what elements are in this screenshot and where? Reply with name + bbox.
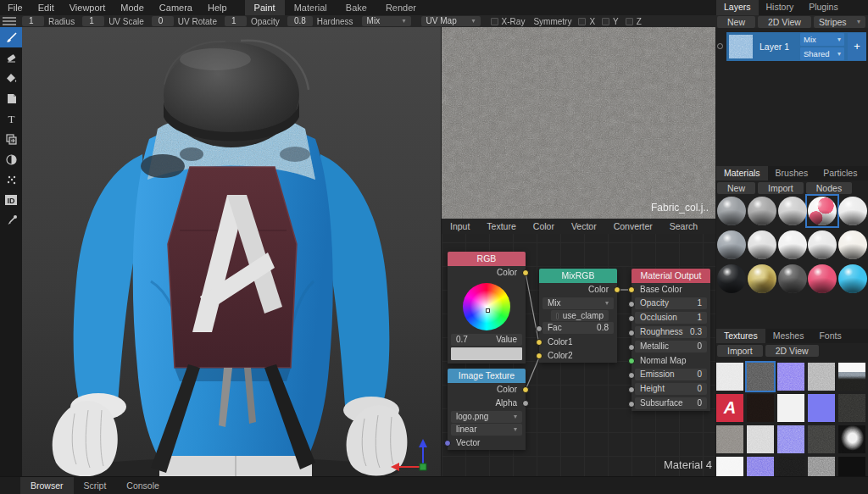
socket-alpha-out[interactable] <box>522 400 529 407</box>
material-swatch-selected[interactable] <box>808 197 837 225</box>
hardness-input[interactable]: 0.8 <box>287 16 313 26</box>
node-image-texture[interactable]: Image Texture Color Alpha logo.png▾ line… <box>448 369 526 450</box>
socket-opacity-in[interactable] <box>628 301 635 308</box>
texture-thumb[interactable] <box>838 394 865 422</box>
tab-brushes[interactable]: Brushes <box>768 166 816 180</box>
tool-clone[interactable] <box>0 129 22 149</box>
texture-import-button[interactable]: Import <box>717 345 763 357</box>
tab-console[interactable]: Console <box>116 477 170 494</box>
node-menu-search[interactable]: Search <box>670 221 698 231</box>
material-swatch[interactable] <box>748 264 776 293</box>
opacity-input[interactable]: 1 <box>225 16 247 26</box>
node-menu-input[interactable]: Input <box>450 221 470 231</box>
tool-picker[interactable] <box>0 210 22 230</box>
texture-thumb[interactable] <box>808 394 835 422</box>
radius-input[interactable]: 1 <box>22 16 44 26</box>
texture-thumb[interactable] <box>777 394 804 422</box>
socket-normal-map-in[interactable] <box>628 358 635 364</box>
layer-name[interactable]: Layer 1 <box>753 42 800 52</box>
uv-map-dropdown[interactable]: UV Map▾ <box>421 16 481 26</box>
texture-thumb[interactable] <box>747 425 774 453</box>
node-mixrgb[interactable]: MixRGB Color Mix▾ use_clamp Fac0.8 Color… <box>539 269 617 363</box>
rgb-value-field[interactable]: 0.7Value <box>451 334 522 346</box>
texture-thumb[interactable] <box>808 425 835 453</box>
node-rgb[interactable]: RGB Color 0.7Value <box>448 252 526 364</box>
menu-file[interactable]: File <box>0 1 31 14</box>
imgtex-file-dropdown[interactable]: logo.png▾ <box>451 411 522 423</box>
tool-eraser[interactable] <box>0 47 22 68</box>
node-menu-converter[interactable]: Converter <box>614 221 653 231</box>
material-swatch[interactable] <box>778 230 807 259</box>
node-menu-texture[interactable]: Texture <box>487 221 515 231</box>
socket-emission-in[interactable] <box>628 372 635 379</box>
socket-base-color-in[interactable] <box>628 286 635 293</box>
layer-filter-dropdown[interactable]: Stripes▾ <box>814 16 865 28</box>
socket-fac-in[interactable] <box>536 325 542 332</box>
node-menu-vector[interactable]: Vector <box>571 221 597 231</box>
uv-scale-input[interactable]: 1 <box>82 16 104 26</box>
material-swatch[interactable] <box>717 264 746 293</box>
texture-thumb[interactable] <box>716 363 743 391</box>
mode-tab-bake[interactable]: Bake <box>337 0 376 15</box>
tab-fonts[interactable]: Fonts <box>811 329 849 343</box>
menu-camera[interactable]: Camera <box>152 1 200 14</box>
material-swatch[interactable] <box>808 230 837 259</box>
socket-occlusion-in[interactable] <box>628 315 635 322</box>
uv-rotate-input[interactable]: 0 <box>152 16 174 26</box>
symmetry-z-checkbox[interactable] <box>626 18 633 25</box>
texture-2d-view[interactable]: Fabric_col.j.. <box>442 27 715 219</box>
layer-object-dropdown[interactable]: Shared▾ <box>800 47 844 60</box>
color-wheel-cursor[interactable] <box>486 308 490 313</box>
material-swatch[interactable] <box>838 264 867 293</box>
tool-colorid[interactable]: ID <box>0 190 22 210</box>
xray-checkbox[interactable] <box>491 18 498 25</box>
texture-thumb[interactable] <box>747 394 774 422</box>
layer-blend-dropdown[interactable]: Mix▾ <box>800 33 844 46</box>
texture-thumb-logo[interactable]: A <box>716 394 743 422</box>
tab-materials[interactable]: Materials <box>716 166 768 180</box>
tab-browser[interactable]: Browser <box>20 477 74 494</box>
material-swatch[interactable] <box>838 230 867 259</box>
material-swatch[interactable] <box>778 264 807 293</box>
color-wheel[interactable] <box>463 283 510 330</box>
tool-fill[interactable] <box>0 68 22 88</box>
tool-brush[interactable] <box>0 27 22 47</box>
socket-subsurface-in[interactable] <box>628 401 635 408</box>
mix-fac-slider[interactable]: Fac0.8 <box>542 322 614 334</box>
node-menu-color[interactable]: Color <box>533 221 554 231</box>
texture-thumb[interactable] <box>777 425 804 453</box>
layer-add-button[interactable]: + <box>848 33 866 60</box>
menu-help[interactable]: Help <box>200 1 235 14</box>
socket-color2-in[interactable] <box>536 352 542 359</box>
texture-thumb[interactable] <box>716 425 743 453</box>
socket-color-out[interactable] <box>522 386 529 393</box>
tab-script[interactable]: Script <box>74 477 117 494</box>
material-swatch[interactable] <box>717 230 746 259</box>
material-swatch[interactable] <box>808 264 837 293</box>
node-editor[interactable]: Input Texture Color Vector Converter Sea… <box>442 219 715 476</box>
imgtex-interp-dropdown[interactable]: linear▾ <box>451 424 522 436</box>
clamp-checkbox[interactable] <box>556 313 559 319</box>
texture-thumb[interactable] <box>838 363 865 391</box>
node-material-output[interactable]: Material Output Base Color Opacity1 Occl… <box>632 269 710 411</box>
texture-thumb[interactable] <box>838 425 865 453</box>
tool-decal[interactable] <box>0 88 22 108</box>
material-swatch[interactable] <box>778 197 807 225</box>
viewport-3d[interactable] <box>22 27 441 476</box>
socket-color-out[interactable] <box>522 269 529 276</box>
layer-2dview-button[interactable]: 2D View <box>758 16 811 28</box>
tab-layers[interactable]: Layers <box>716 0 759 15</box>
mix-use-clamp[interactable]: use_clamp <box>551 310 609 321</box>
material-swatch[interactable] <box>838 197 867 225</box>
node-material-output-header[interactable]: Material Output <box>632 269 710 283</box>
layer-visibility-icon[interactable] <box>717 43 723 49</box>
tool-blur[interactable] <box>0 149 22 169</box>
symmetry-y-checkbox[interactable] <box>602 18 609 25</box>
node-mixrgb-header[interactable]: MixRGB <box>539 269 617 283</box>
node-image-texture-header[interactable]: Image Texture <box>448 369 526 383</box>
tool-text[interactable]: T <box>0 108 22 129</box>
tab-particles[interactable]: Particles <box>815 166 865 180</box>
tab-meshes[interactable]: Meshes <box>765 329 812 343</box>
layer-row[interactable]: Layer 1 Mix▾ Shared▾ + <box>726 32 866 61</box>
socket-color1-in[interactable] <box>536 339 542 346</box>
